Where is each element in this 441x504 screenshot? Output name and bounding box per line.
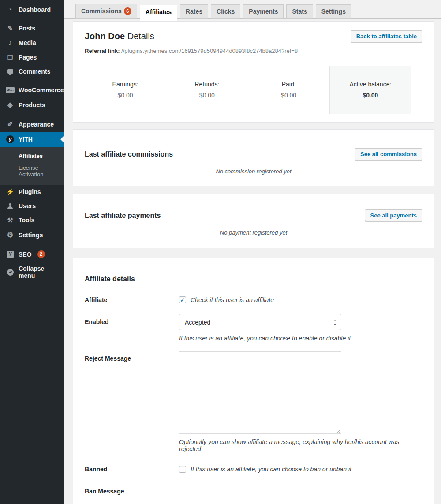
sidebar-item-label: Users (19, 202, 36, 209)
sidebar-item-label: SEO (19, 251, 32, 258)
stat-paid: Paid: $0.00 (248, 66, 329, 114)
affiliate-checkbox[interactable] (179, 296, 186, 303)
back-to-affiliates-button[interactable]: Back to affiliates table (351, 30, 422, 42)
commissions-section-title: Last affiliate commissions (85, 150, 173, 158)
woocommerce-icon: Woo (6, 87, 15, 93)
banned-field-row: Banned If this user is an affiliate, you… (85, 466, 422, 473)
tab-commissions[interactable]: Commissions6 (75, 4, 137, 19)
sidebar-item-pages[interactable]: Pages (0, 50, 64, 64)
wordpress-admin: Dashboard Posts Media Pages Comments Woo… (0, 0, 441, 504)
stat-label: Earnings: (85, 81, 166, 88)
sidebar-item-products[interactable]: Products (0, 97, 64, 112)
tab-clicks[interactable]: Clicks (211, 4, 240, 19)
sidebar-item-dashboard[interactable]: Dashboard (0, 2, 64, 17)
media-icon (6, 39, 15, 47)
referral-link-url: //plugins.yithemes.com/1691579d5094944d0… (121, 48, 298, 54)
stat-refunds: Refunds: $0.00 (166, 66, 247, 114)
banned-field-label: Banned (85, 466, 179, 473)
stat-earnings: Earnings: $0.00 (85, 66, 166, 114)
last-commissions-card: Last affiliate commissions See all commi… (73, 129, 434, 186)
tab-rates[interactable]: Rates (180, 4, 208, 19)
pin-icon (6, 25, 15, 32)
tab-label: Affiliates (146, 8, 172, 15)
sidebar-item-label: WooCommerce (19, 86, 64, 93)
stat-value: $0.00 (85, 92, 166, 99)
ban-message-row: Ban Message (85, 482, 422, 504)
tab-stats[interactable]: Stats (286, 4, 313, 19)
sidebar-item-label: Tools (19, 217, 34, 224)
enabled-select-value: Accepted (185, 319, 210, 326)
submenu-item-affiliates[interactable]: Affiliates (0, 150, 64, 162)
resize-grip-icon (336, 429, 340, 433)
banned-checkbox-caption: If this user is an affiliate, you can ch… (191, 466, 351, 473)
last-payments-card: Last affiliate payments See all payments… (73, 194, 434, 248)
sidebar-item-tools[interactable]: Tools (0, 213, 64, 227)
tab-label: Payments (249, 8, 278, 15)
stat-active-balance: Active balance: $0.00 (329, 66, 411, 114)
sidebar-item-label: Products (19, 101, 45, 108)
reject-message-row: Reject Message Optionally you can show a… (85, 351, 422, 452)
sidebar-item-label: Dashboard (19, 6, 51, 13)
tab-label: Clicks (217, 8, 235, 15)
main-content: Commissions6 Affiliates Rates Clicks Pay… (64, 0, 441, 504)
referral-link-label: Referral link: (85, 48, 120, 54)
commissions-count-badge: 6 (124, 7, 131, 15)
reject-message-textarea[interactable] (179, 351, 341, 434)
page-title: John Doe Details (85, 31, 154, 41)
select-arrows-icon (333, 319, 336, 326)
sidebar-item-users[interactable]: Users (0, 199, 64, 213)
enabled-help-text: If this user is an affiliate, you can ch… (179, 335, 422, 342)
tab-label: Rates (186, 8, 202, 15)
see-all-payments-button[interactable]: See all payments (365, 209, 423, 221)
referral-link-row: Referral link: //plugins.yithemes.com/16… (85, 48, 422, 54)
yith-logo-icon: y (6, 135, 15, 143)
sidebar-item-label: Posts (19, 25, 35, 32)
box-icon (6, 101, 15, 109)
sidebar-item-comments[interactable]: Comments (0, 64, 64, 78)
sidebar-item-media[interactable]: Media (0, 35, 64, 50)
user-icon (6, 203, 15, 209)
wrench-icon (6, 217, 15, 224)
seo-notification-badge: 2 (37, 250, 45, 258)
collapse-arrow-icon (6, 269, 15, 276)
payments-empty-message: No payment registered yet (85, 229, 422, 236)
sidebar-item-seo[interactable]: Y SEO 2 (0, 247, 64, 261)
submenu-item-license-activation[interactable]: License Activation (0, 162, 64, 180)
sidebar-item-yith[interactable]: y YITH (0, 132, 64, 147)
stat-value: $0.00 (330, 92, 411, 99)
ban-message-textarea[interactable] (179, 482, 341, 504)
reject-message-label: Reject Message (85, 351, 179, 362)
plug-icon (6, 188, 15, 195)
sidebar-item-settings[interactable]: Settings (0, 227, 64, 243)
balance-stats-row: Earnings: $0.00 Refunds: $0.00 Paid: $0.… (85, 66, 411, 114)
sidebar-item-label: Plugins (19, 188, 41, 195)
comment-bubble-icon (6, 69, 15, 74)
gear-icon (6, 231, 15, 239)
affiliate-checkbox-caption: Check if this user is an affiliate (191, 296, 274, 303)
reject-help-text: Optionally you can show affiliate a mess… (179, 438, 422, 452)
banned-checkbox[interactable] (179, 466, 186, 473)
sidebar-item-collapse-menu[interactable]: Collapse menu (0, 261, 64, 283)
yoast-seo-icon: Y (6, 251, 15, 258)
sidebar-item-plugins[interactable]: Plugins (0, 185, 64, 199)
sidebar-item-woocommerce[interactable]: Woo WooCommerce (0, 83, 64, 97)
affiliate-header-card: John Doe Details Back to affiliates tabl… (73, 21, 434, 123)
yith-submenu: Affiliates License Activation (0, 147, 64, 185)
stat-label: Paid: (248, 81, 329, 88)
sidebar-item-appearance[interactable]: Appearance (0, 117, 64, 132)
tab-bar: Commissions6 Affiliates Rates Clicks Pay… (64, 0, 441, 21)
tab-affiliates[interactable]: Affiliates (140, 5, 177, 21)
enabled-select[interactable]: Accepted (179, 314, 341, 330)
sidebar-item-posts[interactable]: Posts (0, 21, 64, 35)
affiliate-field-row: Affiliate Check if this user is an affil… (85, 296, 422, 303)
sidebar-item-label: Appearance (19, 121, 54, 128)
see-all-commissions-button[interactable]: See all commissions (355, 148, 422, 160)
tab-label: Settings (321, 8, 346, 15)
stat-value: $0.00 (248, 92, 329, 99)
sidebar-item-label: Settings (19, 231, 43, 239)
affiliate-field-label: Affiliate (85, 296, 179, 303)
payments-section-title: Last affiliate payments (85, 212, 161, 220)
tab-payments[interactable]: Payments (243, 4, 284, 19)
affiliate-details-card: Affiliate details Affiliate Check if thi… (73, 258, 434, 504)
tab-settings[interactable]: Settings (316, 4, 351, 19)
